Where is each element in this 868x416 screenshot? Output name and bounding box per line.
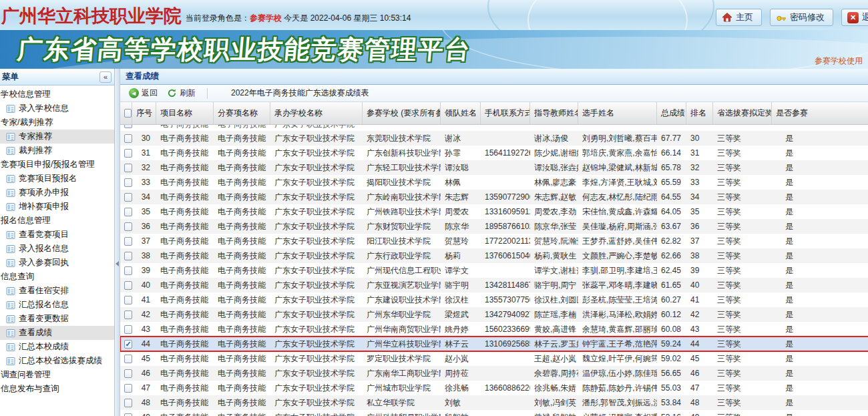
table-row[interactable]: ✓ 44 电子商务技能 电子商务技能 广东女子职业技术学院 广州华立科技职业学院… <box>120 337 868 351</box>
row-checkbox[interactable] <box>124 193 132 202</box>
table-row[interactable]: 电子商务技能 电子商务技能 广东女子职业技术学院 <box>120 125 868 131</box>
table-row[interactable]: 34 电子商务技能 电子商务技能 广东女子职业技术学院 广东岭南职业技术学院 朱… <box>120 190 868 204</box>
collapse-icon[interactable]: « <box>99 71 112 83</box>
cell-project: 电子商务技能 <box>156 204 214 219</box>
splitter-arrow-icon[interactable] <box>116 261 119 266</box>
sidebar-item[interactable]: 汇总本校省选拔赛成绩 <box>0 354 114 368</box>
column-header[interactable]: 手机联系方式 <box>481 102 530 124</box>
sidebar-item[interactable]: 录入报名信息 <box>0 242 114 256</box>
cell-players: 赵锦坤,梁健斌,林新城,周杨 <box>578 160 657 175</box>
sidebar-item[interactable]: 裁判推荐 <box>0 144 114 158</box>
sidebar-item[interactable]: 录入参赛回执 <box>0 256 114 270</box>
sidebar-item[interactable]: 查看住宿安排 <box>0 284 114 298</box>
table-row[interactable]: 41 电子商务技能 电子商务技能 广东女子职业技术学院 广东建设职业技术学院 徐… <box>120 292 868 307</box>
table-row[interactable]: 37 电子商务技能 电子商务技能 广东女子职业技术学院 阳江职业技术学院 贺慧玲… <box>120 234 868 248</box>
sidebar-group[interactable]: 竞赛项目申报/预报名管理 <box>0 158 114 172</box>
sidebar-group[interactable]: 信息发布与查询 <box>0 382 114 396</box>
column-header[interactable]: 领队姓名 <box>441 102 481 124</box>
document-icon <box>6 188 15 198</box>
row-checkbox[interactable]: ✓ <box>124 340 132 349</box>
sidebar-item[interactable]: 专家推荐 <box>0 130 114 144</box>
row-checkbox[interactable] <box>124 266 132 275</box>
row-checkbox[interactable] <box>124 296 132 304</box>
table-row[interactable]: 39 电子商务技能 电子商务技能 广东女子职业技术学院 广州现代信息工程职业..… <box>120 263 868 278</box>
home-button[interactable]: 主页 <box>716 9 762 26</box>
sidebar-item[interactable]: 查看变更数据 <box>0 312 114 326</box>
column-header[interactable]: 项目名称 <box>156 102 214 124</box>
column-header[interactable]: 省选拔赛拟定奖项 <box>713 102 772 124</box>
logout-button[interactable]: ✕ 退出 <box>841 9 868 26</box>
change-password-button[interactable]: 密码修改 <box>770 9 833 26</box>
row-checkbox[interactable] <box>124 208 132 216</box>
table-row[interactable]: 40 电子商务技能 电子商务技能 广东女子职业技术学院 广东亚视演艺职业学院 骆… <box>120 278 868 292</box>
table-row[interactable]: 32 电子商务技能 电子商务技能 广东女子职业技术学院 广东轻工职业技术学院 谭… <box>120 160 868 175</box>
column-header[interactable]: 序号 <box>132 102 156 124</box>
sidebar-group[interactable]: 学校信息管理 <box>0 87 114 101</box>
table-row[interactable]: 31 电子商务技能 电子商务技能 广东女子职业技术学院 广东创新科技职业学院 孙… <box>120 146 868 160</box>
column-header[interactable]: 总成绩 <box>657 102 686 124</box>
row-checkbox[interactable] <box>124 252 132 260</box>
table-row[interactable]: 45 电子商务技能 电子商务技能 广东女子职业技术学院 罗定职业技术学院 赵小岚… <box>120 351 868 366</box>
table-row[interactable]: 49 电子商务技能 电子商务技能 广东女子职业技术学院 广州科技贸易职业学院 段… <box>120 410 868 416</box>
refresh-button[interactable]: 刷新 <box>162 86 200 100</box>
sidebar-item[interactable]: 录入学校信息 <box>0 101 114 116</box>
column-header[interactable]: 承办学校名称 <box>270 102 363 124</box>
row-checkbox[interactable] <box>124 399 132 407</box>
row-checkbox[interactable] <box>124 178 132 187</box>
table-row[interactable]: 33 电子商务技能 电子商务技能 广东女子职业技术学院 揭阳职业技术学院 林佩 … <box>120 175 868 190</box>
table-row[interactable]: 43 电子商务技能 电子商务技能 广东女子职业技术学院 广州华南商贸职业学院 姚… <box>120 322 868 337</box>
column-header[interactable]: 参赛学校 (要求所有参赛学 <box>363 102 441 124</box>
column-header[interactable]: 分赛项名称 <box>214 102 270 124</box>
cell-phone <box>481 175 530 190</box>
column-header[interactable]: 排名 <box>686 102 713 124</box>
sidebar-group[interactable]: 专家/裁判推荐 <box>0 116 114 130</box>
table-row[interactable]: 38 电子商务技能 电子商务技能 广东女子职业技术学院 广东行政职业学院 杨莉 … <box>120 248 868 263</box>
cell-award: 三等奖 <box>713 234 772 248</box>
sidebar-item[interactable]: 查看竞赛项目 <box>0 228 114 242</box>
sidebar-item[interactable]: 查看成绩 <box>0 326 114 340</box>
cell-players: 何志友,林忆彤,陆纪雨,郑晓芳 <box>578 190 657 204</box>
row-checkbox[interactable] <box>124 310 132 319</box>
cell-rank: 43 <box>686 322 713 337</box>
row-checkbox[interactable] <box>124 125 132 128</box>
row-checkbox[interactable] <box>124 222 132 231</box>
column-header[interactable]: 是否参赛 <box>772 102 868 124</box>
row-checkbox[interactable] <box>124 134 132 143</box>
cell-project: 电子商务技能 <box>156 292 214 307</box>
sidebar-group[interactable]: 调查问卷管理 <box>0 368 114 382</box>
row-checkbox[interactable] <box>124 237 132 246</box>
row-checkbox[interactable] <box>124 149 132 158</box>
table-row[interactable]: 47 电子商务技能 电子商务技能 广东女子职业技术学院 广州城市职业学院 徐兆畅… <box>120 381 868 395</box>
sidebar-group[interactable]: 信息查询 <box>0 270 114 284</box>
table-row[interactable]: 36 电子商务技能 电子商务技能 广东女子职业技术学院 广东财贸职业学院 陈京华… <box>120 219 868 234</box>
sidebar-item[interactable]: 赛项承办申报 <box>0 186 114 200</box>
row-checkbox[interactable] <box>124 369 132 378</box>
sidebar-item[interactable]: 汇总报名信息 <box>0 298 114 312</box>
row-checkbox[interactable] <box>124 164 132 172</box>
table-row[interactable]: 35 电子商务技能 电子商务技能 广东女子职业技术学院 广州铁路职业技术学院 周… <box>120 204 868 219</box>
sidebar-group[interactable]: 报名信息管理 <box>0 214 114 228</box>
column-header[interactable]: 选手姓名 <box>578 102 657 124</box>
cell-award: 三等奖 <box>713 395 772 410</box>
table-row[interactable]: 42 电子商务技能 电子商务技能 广东女子职业技术学院 广州东华职业学院 梁煜武… <box>120 307 868 322</box>
row-checkbox[interactable] <box>124 325 132 334</box>
cell-phone: 13106925685 <box>481 337 530 351</box>
column-header[interactable]: 指导教师姓名 <box>530 102 578 124</box>
table-row[interactable]: 30 电子商务技能 电子商务技能 广东女子职业技术学院 东莞职业技术学院 谢冰 … <box>120 131 868 146</box>
row-checkbox[interactable] <box>124 281 132 290</box>
row-checkbox[interactable] <box>124 355 132 363</box>
cell-rank: 34 <box>686 190 713 204</box>
sidebar-item[interactable]: 增补赛项申报 <box>0 200 114 214</box>
cell-project: 电子商务技能 <box>156 307 214 322</box>
panel-splitter[interactable] <box>115 69 120 416</box>
sidebar-item[interactable]: 竞赛项目预报名 <box>0 172 114 186</box>
back-button[interactable]: ◂ 返回 <box>124 86 162 100</box>
table-row[interactable]: 46 电子商务技能 电子商务技能 广东女子职业技术学院 广东南华工商职业学院 周… <box>120 366 868 381</box>
row-checkbox[interactable] <box>124 384 132 393</box>
select-all-checkbox[interactable] <box>124 109 132 118</box>
sidebar-item[interactable]: 汇总本校成绩 <box>0 340 114 354</box>
row-checkbox[interactable] <box>124 413 132 416</box>
row-checkbox-cell <box>120 351 132 366</box>
table-row[interactable]: 48 电子商务技能 电子商务技能 广东女子职业技术学院 私立华联学院 刘敏 刘敏… <box>120 395 868 410</box>
cell-host-school: 广东女子职业技术学院 <box>270 146 363 160</box>
